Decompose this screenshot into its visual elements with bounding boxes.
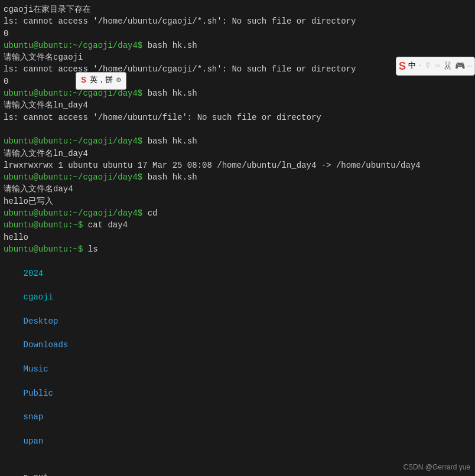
terminal-line: [4, 123, 471, 135]
terminal-line: ubuntu@ubuntu:~/cgaoji/day4$ bash hk.sh: [4, 40, 471, 51]
terminal-line: ls: cannot access '/home/ubuntu/cgaoji/*…: [4, 15, 471, 27]
ime-more-icon[interactable]: ⋯: [467, 60, 472, 72]
ime-logo-icon: S: [399, 58, 406, 74]
csdn-watermark: CSDN @Gerrard yue: [403, 462, 470, 472]
ime-dot: ·: [418, 62, 422, 71]
terminal-line: ubuntu@ubuntu:~/cgaoji/day4$ cd: [4, 207, 471, 219]
terminal-line: 0: [4, 76, 471, 87]
terminal-line: hello: [4, 232, 471, 243]
terminal-line: ubuntu@ubuntu:~$ ls: [4, 243, 471, 255]
terminal-line: 请输入文件名ln_day4: [4, 148, 471, 159]
terminal-line: ls: cannot access '/home/ubuntu/file': N…: [4, 112, 471, 123]
ime-rabbit-icon[interactable]: 🐰: [443, 60, 453, 72]
terminal-line: hello已写入: [4, 195, 471, 207]
ime-keyboard-icon[interactable]: ⌨: [435, 60, 440, 72]
ime-dropdown-text: 英，拼: [90, 75, 113, 86]
ime-toolbar[interactable]: S 中 · 🎙 ⌨ 🐰 🎮 ⋯: [396, 57, 475, 76]
ime-settings-icon[interactable]: ⚙: [116, 75, 121, 86]
terminal-line: ubuntu@ubuntu:~$ cat day4: [4, 219, 471, 231]
terminal-line: 0: [4, 28, 471, 40]
terminal-line: lrwxrwxrwx 1 ubuntu ubuntu 17 Mar 25 08:…: [4, 159, 471, 171]
terminal-line: ubuntu@ubuntu:~/cgaoji/day4$ bash hk.sh: [4, 87, 471, 99]
terminal-line: cgaoji在家目录下存在: [4, 4, 471, 15]
terminal-line: ubuntu@ubuntu:~/cgaoji/day4$ bash hk.sh: [4, 171, 471, 183]
ls-row-1: 2024 cgaoji Desktop Downloads Music Publ…: [4, 255, 471, 459]
ime-mic-icon[interactable]: 🎙: [424, 60, 432, 72]
terminal-line: 请输入文件名day4: [4, 183, 471, 195]
terminal-line: ubuntu@ubuntu:~/cgaoji/day4$ bash hk.sh: [4, 135, 471, 147]
ime-chinese-label: 中: [408, 61, 416, 72]
terminal-line: 请输入文件名ln_day4: [4, 99, 471, 111]
ls-row-2: a.out day4 Documents ln_day4 Pictures sh…: [4, 459, 471, 476]
ime-dropdown[interactable]: S 英，拼 ⚙: [76, 72, 126, 90]
terminal: cgaoji在家目录下存在 ls: cannot access '/home/u…: [0, 0, 475, 476]
ime-dropdown-logo: S: [81, 74, 86, 87]
ime-game-icon[interactable]: 🎮: [455, 60, 465, 72]
